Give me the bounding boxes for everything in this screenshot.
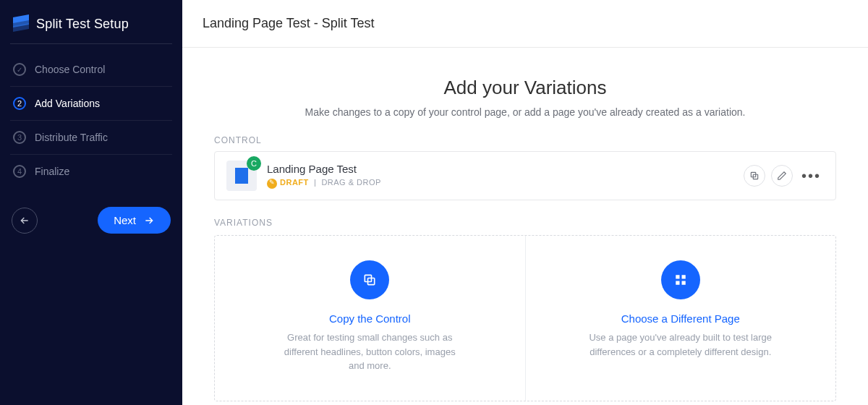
variations-section-label: VARIATIONS — [214, 218, 836, 228]
option-title: Copy the Control — [235, 312, 505, 325]
step-add-variations[interactable]: 2 Add Variations — [10, 87, 172, 121]
pencil-icon — [777, 171, 787, 181]
hero-subtitle: Make changes to a copy of your control p… — [214, 106, 836, 118]
nav-buttons: Next — [10, 207, 172, 234]
variations-container: Copy the Control Great for testing small… — [214, 235, 836, 401]
edit-button[interactable] — [771, 165, 793, 187]
sidebar-header: Split Test Setup — [10, 13, 172, 44]
main-content: Landing Page Test - Split Test Add your … — [182, 0, 868, 405]
grid-icon-circle — [661, 260, 700, 299]
back-button[interactable] — [12, 208, 38, 234]
duplicate-button[interactable] — [744, 165, 765, 187]
option-title: Choose a Different Page — [546, 312, 816, 325]
svg-rect-4 — [676, 275, 679, 278]
control-info: Landing Page Test DRAFT | DRAG & DROP — [267, 163, 733, 188]
control-meta: DRAFT | DRAG & DROP — [267, 178, 733, 188]
arrow-left-icon — [19, 215, 30, 226]
copy-icon — [362, 273, 377, 287]
wizard-steps: Choose Control 2 Add Variations 3 Distri… — [10, 53, 172, 188]
control-status: DRAFT — [280, 178, 309, 187]
step-finalize[interactable]: 4 Finalize — [10, 155, 172, 188]
svg-rect-5 — [681, 275, 685, 278]
control-type: DRAG & DROP — [321, 178, 381, 187]
copy-icon — [749, 171, 760, 181]
step-number-icon: 4 — [13, 165, 26, 178]
svg-rect-7 — [681, 281, 685, 285]
more-menu-button[interactable]: ••• — [799, 168, 824, 184]
sidebar-title: Split Test Setup — [36, 17, 129, 32]
page-header: Landing Page Test - Split Test — [182, 0, 868, 48]
step-label: Add Variations — [35, 98, 100, 109]
svg-rect-6 — [676, 281, 679, 285]
control-name: Landing Page Test — [267, 163, 733, 175]
arrow-right-icon — [143, 215, 155, 226]
step-label: Choose Control — [35, 64, 105, 75]
grid-icon — [674, 273, 687, 286]
check-icon — [13, 63, 26, 76]
step-label: Distribute Traffic — [35, 132, 108, 143]
control-section-label: CONTROL — [214, 135, 836, 145]
copy-icon-circle — [350, 260, 389, 299]
option-desc: Use a page you've already built to test … — [587, 331, 775, 359]
control-card: C Landing Page Test DRAFT | DRAG & DROP … — [214, 151, 836, 200]
step-distribute-traffic[interactable]: 3 Distribute Traffic — [10, 121, 172, 155]
copy-control-option[interactable]: Copy the Control Great for testing small… — [215, 236, 526, 401]
step-number-icon: 2 — [13, 97, 26, 110]
sidebar: Split Test Setup Choose Control 2 Add Va… — [0, 0, 182, 405]
control-badge: C — [247, 156, 261, 171]
logo-icon — [13, 16, 29, 32]
content-body: Add your Variations Make changes to a co… — [182, 48, 868, 405]
step-choose-control[interactable]: Choose Control — [10, 53, 172, 87]
step-label: Finalize — [35, 166, 69, 177]
option-desc: Great for testing small changes such as … — [276, 331, 464, 373]
next-button[interactable]: Next — [98, 207, 171, 234]
page-title: Landing Page Test - Split Test — [203, 16, 375, 30]
draft-icon — [267, 179, 277, 189]
control-actions: ••• — [744, 165, 824, 187]
control-thumbnail: C — [226, 161, 257, 191]
step-number-icon: 3 — [13, 131, 26, 144]
next-label: Next — [114, 214, 136, 226]
hero-title: Add your Variations — [214, 77, 836, 99]
page-icon — [235, 168, 248, 184]
choose-page-option[interactable]: Choose a Different Page Use a page you'v… — [526, 236, 836, 401]
